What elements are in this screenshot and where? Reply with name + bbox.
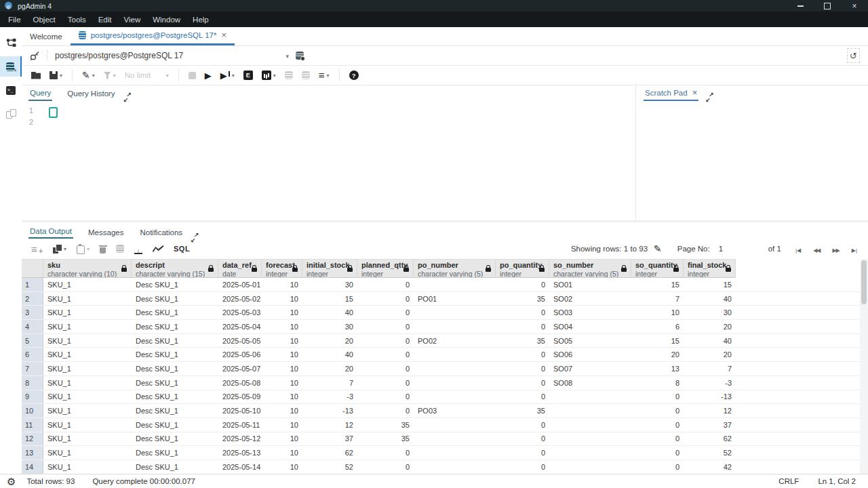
- copy-button[interactable]: ▾: [52, 243, 68, 255]
- rollback-button[interactable]: [300, 70, 311, 81]
- cell-planned_qtty[interactable]: 0: [357, 334, 414, 348]
- cell-so_number[interactable]: SO02: [549, 292, 631, 306]
- save-button[interactable]: ▾: [48, 70, 64, 81]
- cell-so_number[interactable]: [549, 432, 631, 446]
- cell-initial_stock[interactable]: -13: [302, 404, 357, 418]
- download-button[interactable]: [133, 243, 144, 256]
- cell-sku[interactable]: SKU_1: [43, 418, 132, 432]
- cell-po_number[interactable]: [414, 348, 496, 361]
- cell-descript[interactable]: Desc SKU_1: [132, 278, 218, 291]
- scrollbar-thumb[interactable]: [861, 260, 867, 304]
- cell-planned_qtty[interactable]: 0: [357, 460, 414, 474]
- cell-data_ref[interactable]: 2025-05-05: [218, 334, 262, 348]
- tab-query-history[interactable]: Query History: [66, 85, 116, 100]
- cell-forecast[interactable]: 10: [262, 306, 302, 319]
- table-row[interactable]: 1SKU_1Desc SKU_12025-05-01103000SO011515: [22, 278, 860, 292]
- add-row-button[interactable]: [30, 243, 44, 255]
- query-tool-button[interactable]: [0, 56, 22, 77]
- cell-forecast[interactable]: 10: [262, 348, 302, 361]
- cell-descript[interactable]: Desc SKU_1: [132, 334, 218, 348]
- cell-po_quantity[interactable]: 0: [496, 418, 549, 432]
- table-row[interactable]: 4SKU_1Desc SKU_12025-05-04103000SO04620: [22, 320, 860, 334]
- cell-so_quantity[interactable]: 0: [631, 446, 684, 460]
- row-number[interactable]: 1: [22, 278, 43, 291]
- cell-po_number[interactable]: [414, 376, 496, 390]
- column-header-planned_qtty[interactable]: planned_qttyinteger: [357, 259, 414, 278]
- cell-final_stock[interactable]: 20: [684, 348, 736, 361]
- cell-initial_stock[interactable]: 12: [302, 418, 357, 432]
- cell-data_ref[interactable]: 2025-05-09: [218, 390, 262, 404]
- filter-button[interactable]: ▾: [102, 70, 117, 81]
- tab-notifications[interactable]: Notifications: [138, 226, 184, 239]
- cell-po_number[interactable]: [414, 362, 496, 375]
- cell-forecast[interactable]: 10: [262, 446, 302, 460]
- cell-so_quantity[interactable]: 10: [631, 306, 684, 319]
- cell-forecast[interactable]: 10: [262, 334, 302, 348]
- cell-so_number[interactable]: SO01: [549, 278, 631, 291]
- cell-po_quantity[interactable]: 0: [496, 446, 549, 460]
- table-row[interactable]: 7SKU_1Desc SKU_12025-05-07102000SO07137: [22, 362, 860, 376]
- table-row[interactable]: 14SKU_1Desc SKU_12025-05-14105200042: [22, 460, 860, 474]
- cell-forecast[interactable]: 10: [262, 278, 302, 291]
- cell-sku[interactable]: SKU_1: [43, 432, 132, 446]
- cell-po_number[interactable]: [414, 432, 496, 446]
- cell-po_number[interactable]: PO01: [414, 292, 496, 306]
- cell-planned_qtty[interactable]: 0: [357, 278, 414, 291]
- row-number[interactable]: 10: [22, 404, 43, 418]
- table-row[interactable]: 9SKU_1Desc SKU_12025-05-0910-3000-13: [22, 390, 860, 405]
- page-last-button[interactable]: [850, 241, 859, 256]
- cell-po_number[interactable]: [414, 320, 496, 333]
- cell-so_number[interactable]: SO04: [549, 320, 631, 333]
- cell-sku[interactable]: SKU_1: [43, 278, 132, 291]
- row-number[interactable]: 13: [22, 446, 43, 460]
- table-row[interactable]: 10SKU_1Desc SKU_12025-05-1010-130PO03350…: [22, 404, 860, 418]
- cell-initial_stock[interactable]: 40: [302, 348, 357, 361]
- help-button[interactable]: [348, 69, 360, 81]
- column-header-po_quantity[interactable]: po_quantityinteger: [496, 259, 549, 278]
- menu-file[interactable]: File: [2, 16, 27, 24]
- connection-select[interactable]: postgres/postgres@PostgreSQL 17: [55, 51, 289, 60]
- tab-scratch-pad[interactable]: Scratch Pad: [644, 85, 698, 101]
- cell-sku[interactable]: SKU_1: [43, 376, 132, 390]
- close-scratch-pad-icon[interactable]: [692, 89, 698, 97]
- tab-messages[interactable]: Messages: [87, 226, 125, 239]
- object-explorer-button[interactable]: [0, 33, 22, 53]
- cell-so_quantity[interactable]: 0: [631, 390, 684, 404]
- cell-po_number[interactable]: PO02: [414, 334, 496, 348]
- tab-query[interactable]: Query: [28, 85, 52, 101]
- row-number[interactable]: 9: [22, 390, 43, 404]
- table-row[interactable]: 13SKU_1Desc SKU_12025-05-13106200052: [22, 446, 860, 460]
- row-number[interactable]: 14: [22, 460, 43, 474]
- column-header-forecast[interactable]: forecastinteger: [262, 259, 302, 278]
- cell-final_stock[interactable]: 20: [684, 320, 736, 333]
- table-row[interactable]: 2SKU_1Desc SKU_12025-05-0210150PO0135SO0…: [22, 292, 860, 306]
- cell-planned_qtty[interactable]: 0: [357, 446, 414, 460]
- cell-po_number[interactable]: [414, 390, 496, 404]
- cell-data_ref[interactable]: 2025-05-01: [218, 278, 262, 291]
- cell-so_quantity[interactable]: 13: [631, 362, 684, 375]
- cell-final_stock[interactable]: 12: [684, 404, 736, 418]
- sql-editor[interactable]: 12: [22, 102, 635, 220]
- cell-initial_stock[interactable]: 20: [302, 334, 357, 348]
- row-number[interactable]: 6: [22, 348, 43, 361]
- cell-descript[interactable]: Desc SKU_1: [132, 390, 218, 404]
- cell-initial_stock[interactable]: 30: [302, 320, 357, 333]
- cell-forecast[interactable]: 10: [262, 320, 302, 333]
- cell-so_quantity[interactable]: 20: [631, 348, 684, 361]
- cell-po_quantity[interactable]: 35: [496, 404, 549, 418]
- cell-so_number[interactable]: [549, 460, 631, 474]
- expand-output-icon[interactable]: [191, 234, 199, 242]
- cell-data_ref[interactable]: 2025-05-03: [218, 306, 262, 319]
- cell-forecast[interactable]: 10: [262, 390, 302, 404]
- sql-button-button[interactable]: SQL: [172, 243, 214, 254]
- paste-button[interactable]: ▾: [75, 243, 91, 256]
- cell-po_number[interactable]: [414, 418, 496, 432]
- row-limit-select-button[interactable]: No limit▾: [123, 70, 170, 81]
- cell-final_stock[interactable]: 42: [684, 460, 736, 474]
- cell-so_number[interactable]: SO07: [549, 362, 631, 375]
- cell-so_number[interactable]: [549, 446, 631, 460]
- chart-button[interactable]: [151, 244, 165, 254]
- cell-descript[interactable]: Desc SKU_1: [132, 348, 218, 361]
- cell-so_quantity[interactable]: 8: [631, 376, 684, 390]
- minimize-button[interactable]: [787, 0, 814, 12]
